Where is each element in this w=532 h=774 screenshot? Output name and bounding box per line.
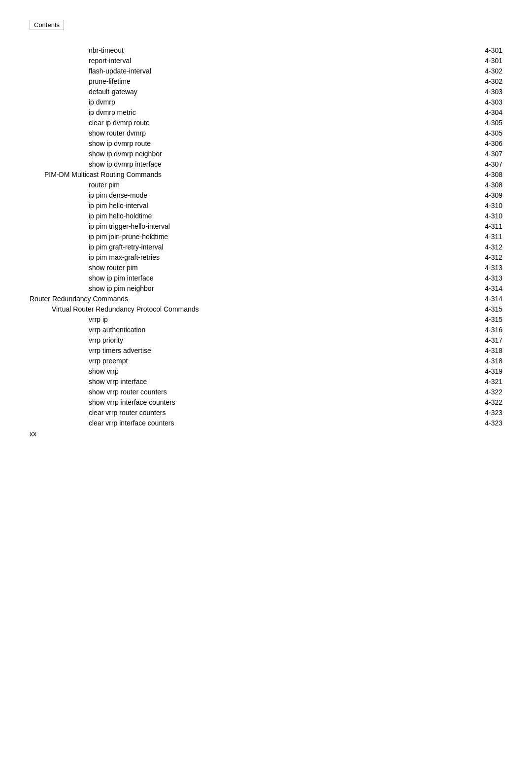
toc-entry-page: 4-311 (408, 231, 502, 242)
toc-entry-page: 4-317 (408, 335, 502, 345)
toc-entry-label: vrrp ip (30, 314, 408, 324)
toc-row: Router Redundancy Commands4-314 (30, 293, 502, 304)
toc-row: clear vrrp interface counters4-323 (30, 418, 502, 428)
toc-row: vrrp authentication4-316 (30, 324, 502, 335)
toc-entry-page: 4-322 (408, 397, 502, 407)
toc-row: vrrp preempt4-318 (30, 355, 502, 366)
toc-entry-label: show router dvmrp (30, 128, 408, 138)
toc-entry-label: Router Redundancy Commands (30, 293, 408, 304)
toc-entry-page: 4-310 (408, 211, 502, 221)
toc-entry-label: show vrrp router counters (30, 387, 408, 397)
toc-entry-label: show vrrp interface (30, 376, 408, 387)
page-footer: xx (30, 430, 36, 438)
toc-entry-page: 4-302 (408, 76, 502, 86)
toc-entry-label: vrrp priority (30, 335, 408, 345)
toc-row: ip pim join-prune-holdtime4-311 (30, 231, 502, 242)
toc-row: show ip pim neighbor4-314 (30, 283, 502, 293)
toc-row: nbr-timeout4-301 (30, 45, 502, 55)
toc-entry-label: show ip dvmrp route (30, 138, 408, 148)
toc-row: ip pim max-graft-retries4-312 (30, 252, 502, 262)
toc-row: vrrp ip4-315 (30, 314, 502, 324)
toc-entry-label: ip pim trigger-hello-interval (30, 221, 408, 231)
toc-entry-page: 4-308 (408, 179, 502, 190)
toc-entry-label: clear vrrp interface counters (30, 418, 408, 428)
toc-entry-page: 4-307 (408, 148, 502, 159)
toc-row: show vrrp interface4-321 (30, 376, 502, 387)
toc-entry-page: 4-304 (408, 107, 502, 117)
toc-entry-page: 4-309 (408, 190, 502, 200)
toc-entry-page: 4-314 (408, 293, 502, 304)
toc-row: show vrrp interface counters4-322 (30, 397, 502, 407)
toc-row: ip dvmrp4-303 (30, 97, 502, 107)
toc-entry-page: 4-313 (408, 262, 502, 273)
toc-entry-label: show ip pim interface (30, 273, 408, 283)
toc-row: PIM-DM Multicast Routing Commands4-308 (30, 169, 502, 179)
toc-row: clear ip dvmrp route4-305 (30, 117, 502, 128)
toc-row: show router dvmrp4-305 (30, 128, 502, 138)
toc-row: show vrrp router counters4-322 (30, 387, 502, 397)
toc-entry-label: default-gateway (30, 86, 408, 97)
toc-entry-page: 4-323 (408, 407, 502, 418)
toc-table: nbr-timeout4-301report-interval4-301flas… (30, 45, 502, 428)
page-container: Contents nbr-timeout4-301report-interval… (0, 0, 532, 457)
toc-row: prune-lifetime4-302 (30, 76, 502, 86)
toc-row: ip pim trigger-hello-interval4-311 (30, 221, 502, 231)
toc-row: ip pim hello-holdtime4-310 (30, 211, 502, 221)
toc-row: ip dvmrp metric4-304 (30, 107, 502, 117)
toc-entry-label: ip dvmrp (30, 97, 408, 107)
toc-entry-label: show ip pim neighbor (30, 283, 408, 293)
toc-entry-page: 4-319 (408, 366, 502, 376)
toc-entry-label: router pim (30, 179, 408, 190)
toc-row: Virtual Router Redundancy Protocol Comma… (30, 304, 502, 314)
toc-row: default-gateway4-303 (30, 86, 502, 97)
toc-entry-label: PIM-DM Multicast Routing Commands (30, 169, 408, 179)
toc-entry-page: 4-301 (408, 55, 502, 66)
toc-entry-label: report-interval (30, 55, 408, 66)
toc-entry-page: 4-303 (408, 86, 502, 97)
toc-entry-label: ip pim graft-retry-interval (30, 242, 408, 252)
toc-entry-page: 4-301 (408, 45, 502, 55)
toc-entry-page: 4-312 (408, 242, 502, 252)
toc-entry-page: 4-318 (408, 345, 502, 355)
toc-entry-page: 4-314 (408, 283, 502, 293)
toc-entry-label: vrrp preempt (30, 355, 408, 366)
toc-entry-label: ip pim join-prune-holdtime (30, 231, 408, 242)
toc-row: show router pim4-313 (30, 262, 502, 273)
toc-entry-page: 4-308 (408, 169, 502, 179)
toc-entry-page: 4-306 (408, 138, 502, 148)
toc-entry-page: 4-315 (408, 304, 502, 314)
toc-row: vrrp priority4-317 (30, 335, 502, 345)
toc-row: clear vrrp router counters4-323 (30, 407, 502, 418)
toc-entry-label: clear vrrp router counters (30, 407, 408, 418)
toc-row: ip pim graft-retry-interval4-312 (30, 242, 502, 252)
toc-row: flash-update-interval4-302 (30, 66, 502, 76)
toc-entry-page: 4-311 (408, 221, 502, 231)
toc-row: show ip dvmrp neighbor4-307 (30, 148, 502, 159)
toc-entry-page: 4-305 (408, 117, 502, 128)
toc-entry-page: 4-310 (408, 200, 502, 211)
toc-row: report-interval4-301 (30, 55, 502, 66)
toc-row: show vrrp4-319 (30, 366, 502, 376)
toc-entry-label: show vrrp (30, 366, 408, 376)
toc-entry-page: 4-312 (408, 252, 502, 262)
toc-entry-label: show router pim (30, 262, 408, 273)
toc-row: ip pim hello-interval4-310 (30, 200, 502, 211)
toc-entry-page: 4-313 (408, 273, 502, 283)
toc-row: show ip pim interface4-313 (30, 273, 502, 283)
toc-entry-page: 4-307 (408, 159, 502, 169)
toc-entry-page: 4-316 (408, 324, 502, 335)
toc-entry-page: 4-302 (408, 66, 502, 76)
toc-entry-page: 4-322 (408, 387, 502, 397)
toc-row: ip pim dense-mode4-309 (30, 190, 502, 200)
toc-row: show ip dvmrp interface4-307 (30, 159, 502, 169)
toc-entry-label: prune-lifetime (30, 76, 408, 86)
toc-entry-label: flash-update-interval (30, 66, 408, 76)
toc-entry-label: ip pim hello-interval (30, 200, 408, 211)
toc-entry-page: 4-305 (408, 128, 502, 138)
toc-entry-label: show ip dvmrp neighbor (30, 148, 408, 159)
toc-entry-page: 4-303 (408, 97, 502, 107)
toc-entry-label: ip dvmrp metric (30, 107, 408, 117)
toc-entry-label: vrrp authentication (30, 324, 408, 335)
toc-entry-page: 4-318 (408, 355, 502, 366)
toc-row: vrrp timers advertise4-318 (30, 345, 502, 355)
